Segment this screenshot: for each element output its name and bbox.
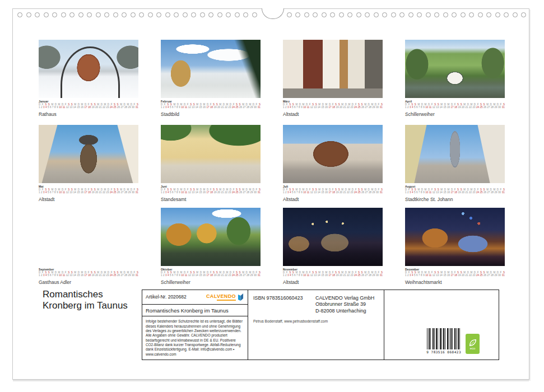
binding-hole bbox=[478, 12, 483, 17]
mini-calendar-day-row: 1234567891011121314151617181920212223242… bbox=[161, 106, 261, 109]
binding-hole bbox=[408, 12, 413, 17]
month-photo bbox=[161, 40, 261, 98]
info-column-right: 9 783516 060423 eco bbox=[384, 290, 499, 360]
month-caption: Standesamt bbox=[161, 197, 261, 202]
month-cell: Juli DFSSMDMDFSSMDMDFSSMDMDFSSMDMDFS 123… bbox=[283, 125, 383, 202]
month-photo bbox=[161, 125, 261, 183]
month-photo bbox=[39, 40, 138, 98]
eco-leaf-icon bbox=[468, 338, 477, 347]
mini-calendar: Januar DFSSMDMDFSSMDMDFSSMDMDFSSMDMDFS 1… bbox=[39, 100, 138, 109]
isbn: ISBN 9783516060423 bbox=[253, 295, 303, 301]
binding-hole bbox=[347, 12, 352, 17]
mini-calendar-day-row: 1234567891011121314151617181920212223242… bbox=[283, 274, 383, 277]
ean-barcode: 9 783516 060423 bbox=[426, 328, 461, 354]
binding-hole bbox=[313, 12, 318, 17]
month-cell: April DFSSMDMDFSSMDMDFSSMDMDFSSMDMDFS 12… bbox=[405, 40, 505, 117]
binding-hole bbox=[104, 12, 109, 17]
mini-calendar-day-row: 1234567891011121314151617181920212223242… bbox=[283, 106, 383, 109]
binding-hole bbox=[17, 12, 22, 17]
mini-calendar: März DFSSMDMDFSSMDMDFSSMDMDFSSMDMDFS 123… bbox=[283, 100, 383, 109]
binding-hole bbox=[521, 12, 526, 17]
month-photo bbox=[405, 208, 505, 266]
mini-calendar: August DFSSMDMDFSSMDMDFSSMDMDFSSMDMDFS 1… bbox=[405, 185, 505, 194]
month-caption: Gasthaus Adler bbox=[39, 279, 138, 285]
binding-hole bbox=[513, 12, 518, 17]
month-caption: Altstadt bbox=[283, 197, 383, 202]
calvendo-book-icon bbox=[237, 293, 244, 301]
month-caption: Stadtbild bbox=[161, 111, 261, 117]
eco-badge: eco bbox=[466, 334, 480, 354]
binding-hole bbox=[208, 12, 213, 17]
month-photo bbox=[283, 208, 383, 266]
month-caption: Stadtkirche St. Johann bbox=[405, 197, 505, 202]
eco-badge-label: eco bbox=[470, 347, 476, 350]
binding-hole bbox=[235, 12, 240, 17]
binding-hole bbox=[374, 12, 379, 17]
month-photo bbox=[161, 208, 261, 266]
month-caption: Schillerweiher bbox=[161, 279, 261, 285]
month-caption: Altstadt bbox=[283, 279, 383, 285]
binding-hole bbox=[165, 12, 170, 17]
mini-calendar: November DFSSMDMDFSSMDMDFSSMDMDFSSMDMDFS… bbox=[283, 268, 383, 277]
month-cell: Juni DFSSMDMDFSSMDMDFSSMDMDFSSMDMDFS 123… bbox=[161, 125, 261, 202]
binding-hole bbox=[183, 12, 188, 17]
binding-hole bbox=[69, 12, 75, 17]
binding-hole bbox=[252, 12, 257, 17]
mini-calendar: Oktober DFSSMDMDFSSMDMDFSSMDMDFSSMDMDFS … bbox=[161, 268, 261, 277]
binding-hole bbox=[356, 12, 361, 17]
info-table: Artikel-Nr. 2020682 CALVENDO Romantische… bbox=[142, 290, 499, 360]
info-column-middle: ISBN 9783516060423 CALVENDO Verlag GmbH … bbox=[248, 290, 384, 360]
binding-hole bbox=[417, 12, 422, 17]
month-caption: Altstadt bbox=[283, 111, 383, 117]
binding-hole bbox=[495, 12, 500, 17]
month-cell: Dezember DFSSMDMDFSSMDMDFSSMDMDFSSMDMDFS… bbox=[405, 208, 505, 285]
binding-hole bbox=[391, 12, 396, 17]
legal-text: Infolge bestehender Schutzrechte ist es … bbox=[142, 316, 248, 360]
binding-hole bbox=[434, 12, 439, 17]
binding-hole bbox=[78, 12, 83, 17]
binding-hole bbox=[44, 12, 49, 17]
binding-hole bbox=[322, 12, 327, 17]
binding-hole bbox=[174, 12, 179, 17]
month-photo bbox=[283, 40, 383, 98]
calvendo-logo: CALVENDO bbox=[206, 293, 244, 301]
month-caption: Altstadt bbox=[39, 197, 138, 202]
thumb-cutout bbox=[262, 8, 284, 19]
binding-hole bbox=[461, 12, 466, 17]
mini-calendar-day-row: 1234567891011121314151617181920212223242… bbox=[405, 106, 505, 109]
info-column-left: Artikel-Nr. 2020682 CALVENDO Romantische… bbox=[142, 290, 248, 360]
artikel-number: Artikel-Nr. 2020682 bbox=[146, 294, 187, 300]
artikel-row: Artikel-Nr. 2020682 CALVENDO bbox=[142, 290, 248, 305]
binding-hole bbox=[191, 12, 196, 17]
binding-hole bbox=[365, 12, 370, 17]
page-title: Romantisches Kronberg im Taunus bbox=[43, 289, 128, 311]
mini-calendar-day-row: 1234567891011121314151617181920212223242… bbox=[161, 191, 261, 194]
barcode-bars bbox=[427, 328, 461, 349]
binding-hole bbox=[61, 12, 66, 17]
month-caption: Schillerweiher bbox=[405, 111, 505, 117]
binding-hole bbox=[200, 12, 205, 17]
binding-hole bbox=[26, 12, 31, 17]
mini-calendar: Juli DFSSMDMDFSSMDMDFSSMDMDFSSMDMDFS 123… bbox=[283, 185, 383, 194]
mini-calendar-day-row: 1234567891011121314151617181920212223242… bbox=[39, 274, 138, 277]
mini-calendar-day-row: 1234567891011121314151617181920212223242… bbox=[161, 274, 261, 277]
month-photo bbox=[39, 208, 138, 266]
mini-calendar-day-row: 1234567891011121314151617181920212223242… bbox=[39, 191, 138, 194]
binding-hole bbox=[156, 12, 161, 17]
binding-hole bbox=[452, 12, 457, 17]
binding-hole bbox=[295, 12, 300, 17]
month-photo bbox=[39, 125, 138, 183]
binding-hole bbox=[122, 12, 127, 17]
binding-hole bbox=[113, 12, 118, 17]
binding-hole bbox=[243, 12, 248, 17]
binding-hole bbox=[87, 12, 92, 17]
binding-hole bbox=[486, 12, 491, 17]
binding-hole bbox=[382, 12, 387, 17]
calendar-back-page: Januar DFSSMDMDFSSMDMDFSSMDMDFSSMDMDFS 1… bbox=[0, 0, 544, 392]
binding-hole bbox=[504, 12, 509, 17]
month-cell: Oktober DFSSMDMDFSSMDMDFSSMDMDFSSMDMDFS … bbox=[161, 208, 261, 285]
month-caption: Rathaus bbox=[39, 111, 138, 117]
mini-calendar: Mai DFSSMDMDFSSMDMDFSSMDMDFSSMDMDFS 1234… bbox=[39, 185, 138, 194]
binding-hole bbox=[139, 12, 144, 17]
month-cell: September DFSSMDMDFSSMDMDFSSMDMDFSSMDMDF… bbox=[39, 208, 138, 285]
